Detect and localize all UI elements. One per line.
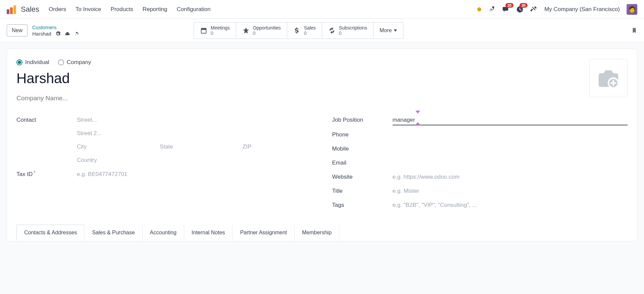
state-input[interactable] (160, 142, 229, 152)
chevron-down-icon (394, 30, 397, 32)
contact-label: Contact (16, 117, 77, 123)
left-column: Contact Tax ID? (16, 115, 312, 215)
taxid-label: Tax ID? (16, 170, 77, 178)
app-logo[interactable] (7, 5, 16, 14)
stat-label: Sales (304, 25, 316, 31)
menu-configuration[interactable]: Configuration (177, 6, 210, 13)
tab-internal-notes[interactable]: Internal Notes (184, 225, 233, 241)
svg-point-2 (492, 11, 493, 11)
app-name[interactable]: Sales (21, 5, 39, 14)
tab-contacts-addresses[interactable]: Contacts & Addresses (16, 225, 85, 241)
breadcrumb-parent[interactable]: Customers (32, 24, 80, 30)
email-label: Email (332, 160, 393, 166)
messages-badge: 20 (505, 3, 513, 8)
phone-icon[interactable] (488, 5, 495, 13)
contact-type-radios: Individual Company (16, 59, 628, 66)
website-input[interactable] (393, 172, 628, 182)
radio-company-label: Company (67, 59, 91, 66)
camera-icon (597, 66, 620, 90)
stat-label: Meetings (211, 25, 230, 31)
more-button[interactable]: More (374, 22, 403, 39)
job-position-label: Job Position (332, 117, 393, 123)
stat-count: 0 (211, 31, 230, 36)
gear-icon[interactable] (55, 31, 61, 37)
breadcrumb: Customers Harshad (32, 24, 80, 37)
street2-input[interactable] (77, 129, 312, 138)
notebook-tabs: Contacts & Addresses Sales & Purchase Ac… (16, 225, 628, 241)
stat-count: 0 (339, 31, 367, 36)
tab-accounting[interactable]: Accounting (142, 225, 184, 241)
dollar-icon (293, 27, 301, 34)
stat-subscriptions[interactable]: Subscriptions 0 (322, 22, 374, 39)
menu-products[interactable]: Products (111, 6, 133, 13)
website-label: Website (332, 174, 393, 180)
street-input[interactable] (77, 115, 312, 125)
cloud-save-icon[interactable] (65, 31, 70, 37)
radio-individual-label: Individual (25, 59, 49, 66)
menu-to-invoice[interactable]: To Invoice (76, 6, 101, 13)
zip-input[interactable] (243, 142, 312, 152)
phone-label: Phone (332, 131, 393, 138)
mobile-input[interactable] (393, 144, 628, 154)
stat-buttons: Meetings 0 Opportunities 0 Sales 0 Subsc… (194, 22, 404, 39)
menu-reporting[interactable]: Reporting (143, 6, 167, 13)
tab-membership[interactable]: Membership (294, 225, 339, 241)
svg-point-1 (491, 11, 491, 11)
form-sheet: Individual Company Harshad Contact (7, 49, 637, 241)
taxid-input[interactable] (77, 170, 312, 179)
country-input[interactable] (77, 156, 312, 165)
stat-label: Opportunities (253, 25, 281, 31)
status-dot[interactable] (477, 7, 481, 11)
top-menu: Orders To Invoice Products Reporting Con… (49, 6, 210, 13)
title-label: Title (332, 188, 393, 194)
radio-company[interactable]: Company (58, 59, 91, 66)
phone-input[interactable] (393, 130, 628, 139)
svg-point-0 (490, 11, 490, 11)
record-name[interactable]: Harshad (16, 70, 628, 86)
stat-opportunities[interactable]: Opportunities 0 (236, 22, 287, 39)
stat-count: 0 (253, 31, 281, 36)
tools-icon[interactable] (530, 5, 538, 13)
radio-individual[interactable]: Individual (16, 59, 49, 66)
activities-badge: 35 (519, 3, 528, 8)
menu-orders[interactable]: Orders (49, 6, 66, 13)
help-icon[interactable]: ? (33, 170, 35, 174)
company-selector[interactable]: My Company (San Francisco) (544, 6, 620, 13)
city-input[interactable] (77, 142, 146, 152)
stat-count: 0 (304, 31, 316, 36)
star-icon (242, 27, 250, 34)
tags-input[interactable] (393, 200, 628, 210)
bookmark-icon[interactable] (631, 26, 637, 35)
tab-sales-purchase[interactable]: Sales & Purchase (84, 225, 142, 241)
calendar-icon (200, 27, 207, 34)
company-name-input[interactable] (16, 93, 151, 103)
job-position-input[interactable] (393, 115, 628, 125)
image-upload[interactable] (589, 59, 628, 97)
stat-meetings[interactable]: Meetings 0 (194, 22, 236, 39)
mobile-label: Mobile (332, 145, 393, 152)
tab-partner-assignment[interactable]: Partner Assignment (232, 225, 295, 241)
action-bar: New Customers Harshad Meetings 0 Opportu… (0, 19, 644, 43)
stat-label: Subscriptions (339, 25, 367, 31)
stat-sales[interactable]: Sales 0 (287, 22, 322, 39)
breadcrumb-current: Harshad (32, 31, 51, 37)
email-input[interactable] (393, 158, 628, 168)
topbar: Sales Orders To Invoice Products Reporti… (0, 0, 644, 19)
discard-icon[interactable] (74, 31, 80, 37)
more-label: More (380, 27, 392, 34)
new-button[interactable]: New (7, 24, 28, 37)
right-column: Job Position Phone Mobile Email Website (332, 115, 628, 215)
user-avatar[interactable]: 🧑 (627, 4, 637, 15)
activities-icon[interactable]: 35 (516, 6, 524, 13)
title-input[interactable] (393, 186, 628, 196)
messages-icon[interactable]: 20 (502, 6, 509, 13)
refresh-icon (328, 27, 336, 34)
tags-label: Tags (332, 202, 393, 209)
